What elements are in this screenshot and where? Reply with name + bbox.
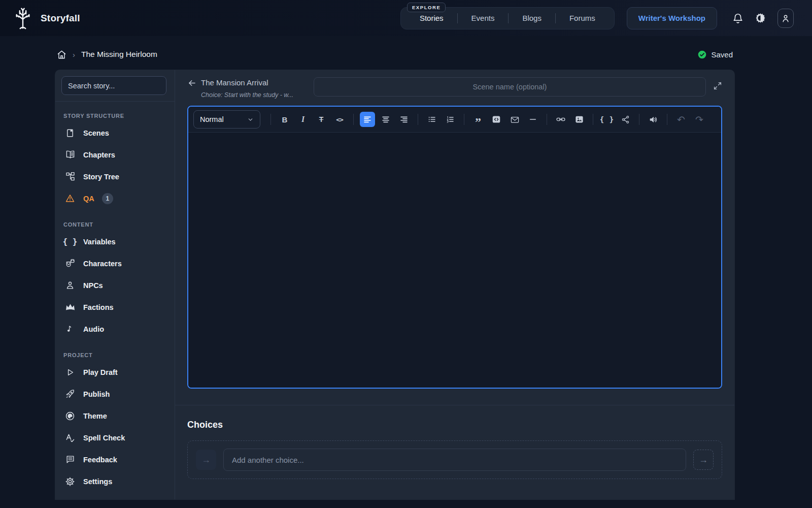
sidebar-item-label: Factions [83, 303, 114, 311]
sidebar-item-settings[interactable]: Settings [63, 470, 168, 492]
scene-title[interactable]: The Mansion Arrival [201, 77, 310, 88]
sidebar-item-label: Feedback [83, 456, 117, 464]
search-input[interactable] [61, 76, 166, 95]
sidebar: STORY STRUCTURE Scenes Chapters [55, 70, 175, 499]
brand-name: Storyfall [41, 13, 80, 24]
code-block-icon[interactable] [489, 112, 504, 127]
section-label: STORY STRUCTURE [63, 113, 168, 119]
expand-fullscreen-icon[interactable] [713, 77, 722, 90]
qa-count-badge: 1 [102, 193, 113, 204]
sidebar-item-play-draft[interactable]: Play Draft [63, 361, 168, 383]
sidebar-item-npcs[interactable]: NPCs [63, 274, 168, 296]
sidebar-item-label: Settings [83, 478, 112, 486]
sidebar-section-content: CONTENT { } Variables Characters [55, 210, 175, 341]
toolbar-divider [639, 114, 639, 125]
sidebar-item-qa[interactable]: QA 1 [63, 187, 168, 209]
undo-icon[interactable]: ↶ [673, 112, 689, 127]
toolbar-divider [353, 114, 354, 125]
breadcrumb: › The Missing Heirloom Saved [55, 47, 735, 62]
nav-item-forums[interactable]: Forums [556, 8, 609, 29]
settings-gear-icon [64, 477, 76, 487]
sidebar-item-feedback[interactable]: Feedback [63, 449, 168, 470]
inline-code-icon[interactable]: <> [332, 112, 347, 127]
bullet-list-icon[interactable] [424, 112, 439, 127]
spell-check-icon [64, 433, 76, 443]
submit-choice-arrow-button[interactable]: → [693, 450, 714, 470]
add-choice-box: → → [187, 440, 722, 479]
horizontal-rule-icon[interactable] [525, 112, 540, 127]
sidebar-item-spell-check[interactable]: Spell Check [63, 427, 168, 449]
blockquote-icon[interactable]: ” [470, 112, 486, 127]
notifications-bell-icon[interactable] [732, 12, 743, 24]
sidebar-item-label: Characters [83, 260, 122, 268]
home-icon[interactable] [57, 50, 66, 59]
align-left-icon[interactable] [360, 112, 375, 127]
choices-heading: Choices [187, 420, 722, 430]
italic-icon[interactable]: I [295, 112, 311, 127]
saved-label: Saved [711, 50, 733, 59]
sidebar-item-factions[interactable]: Factions [63, 296, 168, 318]
sidebar-item-label: NPCs [83, 281, 103, 290]
sidebar-item-label: Publish [83, 390, 110, 398]
bold-icon[interactable]: B [277, 112, 292, 127]
sidebar-item-variables[interactable]: { } Variables [63, 231, 168, 252]
nav-item-blogs[interactable]: Blogs [509, 8, 555, 29]
save-status: Saved [698, 50, 733, 59]
user-avatar-button[interactable] [777, 9, 794, 28]
qa-warning-triangle-icon [64, 194, 76, 203]
sidebar-item-label: Theme [83, 412, 107, 420]
section-label: PROJECT [63, 352, 168, 358]
rich-text-editor: Normal B I T <> [187, 106, 722, 389]
explore-nav: EXPLORE Stories Events Blogs Forums [400, 7, 615, 29]
block-format-dropdown[interactable]: Normal [193, 110, 260, 129]
audio-music-note-icon [64, 324, 76, 334]
sidebar-item-chapters[interactable]: Chapters [63, 144, 168, 166]
insert-variable-icon[interactable]: { } [599, 112, 615, 127]
branch-share-icon[interactable] [618, 112, 633, 127]
editor-content[interactable] [188, 133, 721, 388]
scene-titles: The Mansion Arrival Choice: Start with t… [201, 77, 310, 99]
sidebar-item-audio[interactable]: Audio [63, 318, 168, 340]
choice-arrow-icon: → [196, 450, 216, 470]
link-icon[interactable] [553, 112, 568, 127]
breadcrumb-chevron-icon: › [73, 50, 75, 59]
audio-speaker-icon[interactable] [646, 112, 661, 127]
back-arrow-icon[interactable] [187, 77, 201, 88]
breadcrumb-story-title: The Missing Heirloom [81, 50, 157, 59]
sidebar-section-project: PROJECT Play Draft Publish [55, 341, 175, 493]
toolbar-divider [547, 114, 547, 125]
sidebar-item-theme[interactable]: Theme [63, 405, 168, 427]
theme-palette-icon [64, 411, 76, 421]
toolbar-divider [464, 114, 464, 125]
image-icon[interactable] [571, 112, 587, 127]
add-choice-input[interactable] [223, 449, 686, 471]
sidebar-item-label: Play Draft [83, 368, 118, 376]
sidebar-item-label: QA [83, 195, 94, 203]
theme-toggle-icon[interactable] [755, 12, 766, 24]
brand[interactable]: Storyfall [12, 7, 80, 30]
writers-workshop-button[interactable]: Writer's Workshop [627, 7, 717, 29]
chapters-open-book-icon [64, 150, 76, 160]
block-format-value: Normal [200, 115, 224, 123]
nav-item-events[interactable]: Events [458, 8, 509, 29]
align-center-icon[interactable] [378, 112, 393, 127]
toolbar-divider [593, 114, 593, 125]
sidebar-item-story-tree[interactable]: Story Tree [63, 166, 168, 187]
sidebar-item-characters[interactable]: Characters [63, 252, 168, 274]
storyfall-tree-logo-icon [12, 7, 33, 30]
sidebar-item-publish[interactable]: Publish [63, 383, 168, 405]
sidebar-item-scenes[interactable]: Scenes [63, 122, 168, 144]
choices-section: Choices → → [175, 405, 734, 500]
numbered-list-icon[interactable] [443, 112, 458, 127]
top-nav: Storyfall EXPLORE Stories Events Blogs F… [0, 0, 812, 36]
sidebar-item-label: Chapters [83, 151, 115, 159]
nav-icon-group [732, 9, 794, 28]
scene-choice-subtitle: Choice: Start with the study - w... [201, 91, 310, 99]
align-right-icon[interactable] [396, 112, 412, 127]
scene-name-input[interactable] [314, 77, 706, 97]
email-icon[interactable] [507, 112, 522, 127]
redo-icon[interactable]: ↷ [692, 112, 707, 127]
strikethrough-icon[interactable]: T [314, 112, 329, 127]
rocket-icon [64, 389, 76, 399]
sidebar-section-story-structure: STORY STRUCTURE Scenes Chapters [55, 102, 175, 210]
